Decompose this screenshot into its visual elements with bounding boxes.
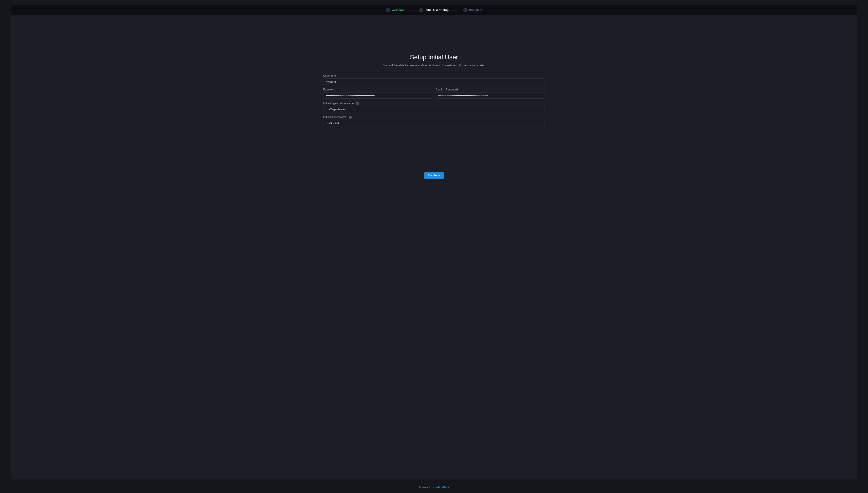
password-row: Password Confirm Password: [323, 88, 545, 99]
username-input[interactable]: [323, 79, 545, 85]
powered-by-text: Powered by: [419, 486, 434, 489]
bucket-label-text: Initial Bucket Name: [323, 115, 347, 119]
step-connector: [450, 10, 462, 10]
content-panel: Setup Initial User You will be able to c…: [11, 15, 857, 479]
help-icon[interactable]: ?: [356, 102, 359, 105]
bucket-input[interactable]: [323, 120, 545, 126]
page-title: Setup Initial User: [410, 53, 458, 61]
step-label: Welcome: [392, 8, 404, 12]
bucket-field-block: Initial Bucket Name ?: [323, 115, 545, 126]
organization-input[interactable]: [323, 106, 545, 112]
organization-label-text: Initial Organization Name: [323, 102, 354, 105]
password-label: Password: [323, 88, 432, 91]
step-label: Initial User Setup: [425, 8, 449, 12]
step-dot-icon: [463, 8, 468, 13]
step-welcome: Welcome: [386, 8, 404, 13]
step-dot-icon: [386, 8, 391, 13]
continue-button[interactable]: Continue: [424, 172, 444, 179]
footer: Powered by InfluxData: [0, 479, 868, 493]
confirm-password-label: Confirm Password: [436, 88, 545, 91]
step-complete: Complete: [463, 8, 482, 13]
influxdata-link[interactable]: InfluxData: [436, 486, 449, 489]
step-connector: [406, 10, 418, 10]
page-subtitle: You will be able to create additional Us…: [383, 64, 485, 67]
setup-form: Username Password Confirm Password Initi…: [323, 74, 545, 129]
bucket-label: Initial Bucket Name ?: [323, 115, 545, 119]
username-label: Username: [323, 74, 545, 77]
step-initial-user-setup: Initial User Setup: [419, 8, 449, 13]
username-field-block: Username: [323, 74, 545, 85]
confirm-password-input[interactable]: [436, 92, 545, 99]
help-icon[interactable]: ?: [349, 116, 352, 119]
password-field-block: Password: [323, 88, 432, 99]
password-input[interactable]: [323, 92, 432, 99]
main-container: Welcome Initial User Setup Complete Setu…: [11, 5, 857, 479]
step-dot-icon: [419, 8, 423, 13]
stepper-bar: Welcome Initial User Setup Complete: [11, 5, 857, 15]
confirm-password-field-block: Confirm Password: [436, 88, 545, 99]
organization-field-block: Initial Organization Name ?: [323, 102, 545, 112]
organization-label: Initial Organization Name ?: [323, 102, 545, 105]
step-label: Complete: [469, 8, 482, 12]
